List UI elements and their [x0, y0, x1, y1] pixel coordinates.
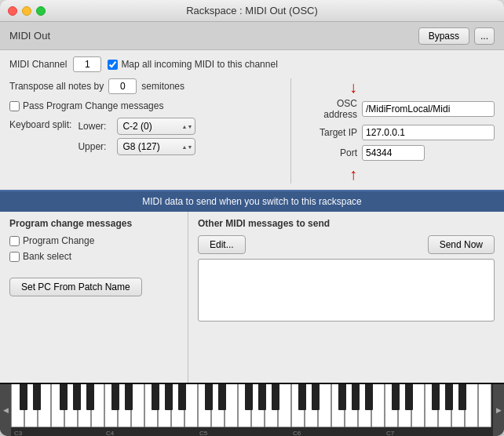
dots-button[interactable]: ...	[474, 27, 495, 45]
svg-rect-50	[258, 383, 266, 410]
lower-split-row: Lower: C-2 (0)	[78, 118, 195, 135]
svg-rect-43	[125, 383, 133, 410]
svg-rect-52	[298, 383, 306, 410]
svg-rect-42	[111, 383, 119, 410]
piano-scroll-right[interactable]: ▶	[493, 384, 504, 436]
middle-banner: MIDI data to send when you switch to thi…	[0, 191, 504, 212]
osc-address-row: OSC address	[302, 98, 495, 120]
svg-rect-36	[479, 384, 491, 427]
svg-rect-56	[365, 383, 373, 410]
other-midi-title: Other MIDI messages to send	[198, 218, 495, 229]
svg-rect-24	[319, 384, 331, 427]
upper-select-wrapper: G8 (127)	[117, 138, 195, 155]
svg-rect-51	[272, 383, 279, 410]
upper-label: Upper:	[78, 141, 112, 152]
svg-rect-55	[352, 383, 360, 410]
maximize-button[interactable]	[36, 6, 46, 16]
svg-text:C4: C4	[106, 430, 115, 436]
midi-channel-input[interactable]	[73, 56, 101, 72]
close-button[interactable]	[8, 6, 17, 16]
split-rows: Lower: C-2 (0) Upper:	[78, 118, 195, 155]
toolbar: MIDI Out Bypass ...	[0, 22, 504, 50]
edit-send-row: Edit... Send Now	[198, 235, 495, 254]
pass-program-row: Pass Program Change messages	[9, 100, 283, 111]
arrow-up-icon: ↑	[349, 165, 357, 183]
right-column: ↓ OSC address Target IP Port	[290, 78, 495, 183]
target-ip-row: Target IP	[302, 125, 495, 140]
svg-rect-37	[20, 383, 27, 410]
svg-rect-57	[392, 383, 400, 410]
svg-rect-28	[372, 384, 385, 427]
svg-text:C6: C6	[293, 430, 301, 436]
bank-select-checkbox[interactable]	[9, 252, 20, 262]
edit-button[interactable]: Edit...	[198, 235, 246, 254]
upper-split-row: Upper: G8 (127)	[78, 138, 195, 155]
toolbar-midi-out-label: MIDI Out	[9, 30, 418, 42]
midi-channel-label: MIDI Channel	[9, 59, 67, 70]
svg-rect-38	[33, 383, 41, 410]
svg-rect-53	[312, 383, 320, 410]
left-column: Transpose all notes by semitones Pass Pr…	[9, 78, 290, 183]
window-title: Rackspace : MIDI Out (OSC)	[186, 5, 318, 16]
lower-select[interactable]: C-2 (0)	[117, 118, 195, 135]
semitones-label: semitones	[141, 81, 184, 92]
target-ip-label: Target IP	[302, 127, 357, 138]
svg-rect-40	[73, 383, 81, 410]
svg-rect-59	[432, 383, 440, 410]
svg-rect-39	[60, 383, 68, 410]
send-now-button[interactable]: Send Now	[428, 235, 495, 254]
banner-text: MIDI data to send when you switch to thi…	[142, 196, 361, 207]
keyboard-split-section: Keyboard split: Lower: C-2 (0)	[9, 118, 283, 155]
bank-select-label: Bank select	[23, 251, 71, 262]
port-input[interactable]	[362, 145, 425, 161]
keyboard-split-label: Keyboard split:	[9, 119, 71, 130]
set-pc-button[interactable]: Set PC From Patch Name	[9, 278, 142, 296]
svg-rect-17	[225, 384, 238, 427]
other-midi-textarea[interactable]	[198, 259, 495, 322]
map-all-checkbox[interactable]	[108, 60, 118, 70]
midi-channel-row: MIDI Channel Map all incoming MIDI to th…	[9, 56, 495, 72]
svg-text:C7: C7	[386, 430, 395, 436]
piano-svg: C3 C4 C5 C6 C7	[11, 383, 493, 436]
bypass-button[interactable]: Bypass	[418, 27, 469, 45]
svg-rect-41	[86, 383, 94, 410]
program-change-label: Program Change	[23, 235, 94, 246]
transpose-row: Transpose all notes by semitones	[9, 78, 283, 94]
port-row: Port	[302, 145, 495, 161]
osc-address-input[interactable]	[362, 101, 495, 117]
minimize-button[interactable]	[22, 6, 31, 16]
svg-text:C3: C3	[14, 430, 23, 436]
svg-rect-48	[218, 383, 226, 410]
piano-keyboard: ◀	[0, 383, 504, 436]
program-change-checkbox[interactable]	[9, 236, 20, 246]
svg-rect-60	[445, 383, 453, 410]
piano-scroll-left[interactable]: ◀	[0, 384, 11, 436]
arrow-down-icon: ↓	[349, 78, 357, 96]
svg-rect-31	[412, 384, 425, 427]
right-panel: Other MIDI messages to send Edit... Send…	[188, 212, 504, 383]
transpose-input[interactable]	[108, 78, 137, 94]
transpose-label: Transpose all notes by	[9, 81, 104, 92]
set-pc-wrapper: Set PC From Patch Name	[9, 267, 178, 296]
svg-rect-47	[205, 383, 213, 410]
svg-rect-10	[132, 384, 144, 427]
left-panel: Program change messages Program Change B…	[0, 212, 188, 383]
program-change-title: Program change messages	[9, 218, 178, 229]
title-bar: Rackspace : MIDI Out (OSC)	[0, 0, 504, 22]
program-change-checkbox-row: Program Change	[9, 235, 178, 246]
svg-rect-21	[279, 384, 291, 427]
osc-address-label: OSC address	[302, 98, 357, 120]
target-ip-input[interactable]	[362, 125, 495, 140]
svg-rect-54	[338, 383, 346, 410]
main-content: MIDI Channel Map all incoming MIDI to th…	[0, 50, 504, 436]
lower-select-wrapper: C-2 (0)	[117, 118, 195, 135]
svg-rect-44	[152, 383, 159, 410]
svg-rect-46	[178, 383, 186, 410]
traffic-lights	[8, 6, 46, 16]
pass-program-checkbox[interactable]	[9, 101, 20, 111]
port-label: Port	[302, 147, 357, 158]
top-section: MIDI Channel Map all incoming MIDI to th…	[0, 50, 504, 191]
pass-program-label: Pass Program Change messages	[23, 100, 163, 111]
lower-label: Lower:	[78, 121, 112, 132]
upper-select[interactable]: G8 (127)	[117, 138, 195, 155]
